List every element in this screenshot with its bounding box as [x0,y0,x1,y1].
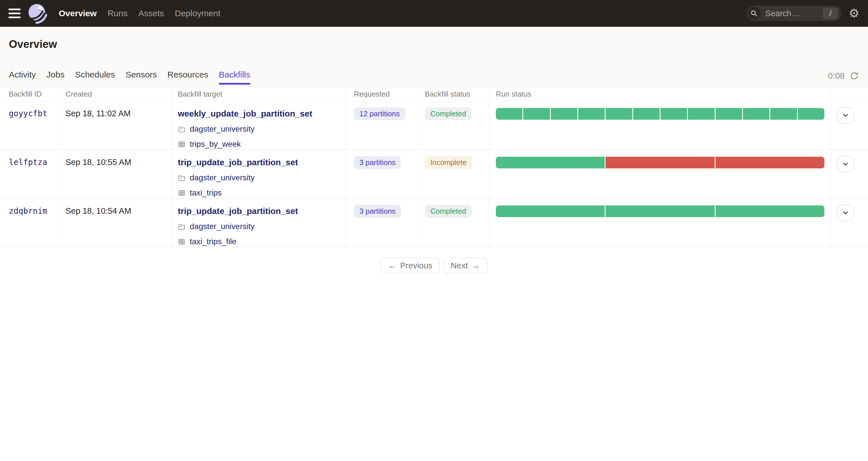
th-actions [831,87,868,101]
arrow-right-icon: → [472,261,480,270]
table-row: goyycfbt Sep 18, 11:02 AM weekly_update_… [0,101,868,150]
run-status-segment [716,157,825,168]
search-icon [750,10,758,17]
run-status-segment [716,206,825,217]
partition-table-row: taxi_trips_file [178,237,346,246]
th-backfill-target: Backfill target [172,87,346,101]
dagster-octopus-icon [27,3,48,24]
partition-table-link[interactable]: taxi_trips [190,188,222,197]
created-timestamp: Sep 18, 10:55 AM [66,158,131,167]
previous-label: Previous [400,261,432,270]
run-status-bar [496,108,825,120]
nav-item-assets[interactable]: Assets [138,8,164,18]
search-icon-wrap [747,7,761,20]
backfill-target-link[interactable]: weekly_update_job_partition_set [178,109,312,119]
dagster-logo[interactable] [27,2,48,25]
run-status-segment [743,108,769,120]
expand-row-button[interactable] [837,205,854,221]
tab-activity[interactable]: Activity [9,70,36,85]
backfill-id-link[interactable]: goyycfbt [9,109,47,118]
backfill-status-badge: Incomplete [425,156,472,169]
page-title: Overview [9,38,57,51]
search-input[interactable]: Search… / [746,6,841,21]
code-location-link[interactable]: dagster_university [190,124,254,134]
refresh-icon[interactable] [850,71,859,80]
tab-jobs[interactable]: Jobs [46,70,64,85]
folder-icon [178,223,186,230]
th-backfill-id: Backfill ID [0,87,59,101]
th-backfill-status: Backfill status [418,87,489,101]
table-grid-icon [178,189,186,197]
run-status-segment [798,108,825,120]
table-grid-icon [178,238,186,246]
chevron-down-icon [842,160,849,168]
pagination: ← Previous Next → [0,258,868,273]
nav-item-deployment[interactable]: Deployment [175,8,221,18]
table-grid-icon [178,141,186,148]
requested-partitions-badge: 3 partitions [354,205,401,218]
tab-schedules[interactable]: Schedules [75,70,115,85]
nav-links: Overview Runs Assets Deployment [59,8,221,18]
partition-table-link[interactable]: taxi_trips_file [190,237,236,246]
backfill-target-link[interactable]: trip_update_job_partition_set [178,158,298,167]
chevron-down-icon [842,112,849,119]
run-status-segment [606,206,714,217]
run-status-segment [523,108,550,120]
refresh-countdown: 0:08 [828,71,845,81]
backfill-id-link[interactable]: lelfptza [9,158,47,167]
page-header: Overview Activity Jobs Schedules Sensors… [0,27,868,87]
run-status-segment [578,108,605,120]
run-status-segment [660,108,687,120]
requested-partitions-badge: 3 partitions [354,156,401,169]
table-row: lelfptza Sep 18, 10:55 AM trip_update_jo… [0,150,868,198]
tab-bar: Activity Jobs Schedules Sensors Resource… [9,70,250,85]
requested-partitions-badge: 12 partitions [354,107,405,120]
run-status-bar [496,157,825,168]
backfill-status-badge: Completed [425,107,472,120]
run-status-segment [770,108,797,120]
code-location-row: dagster_university [178,222,346,231]
code-location-link[interactable]: dagster_university [190,222,254,231]
created-timestamp: Sep 18, 10:54 AM [66,206,131,215]
th-created: Created [59,87,172,101]
created-timestamp: Sep 18, 11:02 AM [66,109,130,118]
nav-item-overview[interactable]: Overview [59,8,97,18]
next-label: Next [451,261,468,270]
search-placeholder: Search… [765,9,800,18]
previous-button[interactable]: ← Previous [380,258,440,273]
th-run-status: Run status [489,87,831,101]
backfill-id-link[interactable]: zdqbrnim [9,206,47,216]
folder-icon [178,125,186,133]
tab-sensors[interactable]: Sensors [126,70,157,85]
menu-icon[interactable] [8,8,21,18]
code-location-link[interactable]: dagster_university [190,173,254,182]
tab-resources[interactable]: Resources [167,70,208,85]
slash-shortcut-badge: / [823,8,838,19]
run-status-segment [633,108,660,120]
run-status-segment [606,157,714,168]
tab-backfills[interactable]: Backfills [219,70,250,85]
table-header-row: Backfill ID Created Backfill target Requ… [0,87,868,101]
gear-icon[interactable]: ⚙ [848,7,860,19]
partition-table-link[interactable]: trips_by_week [190,140,241,149]
run-status-segment [496,108,522,120]
expand-row-button[interactable] [837,156,854,173]
backfill-status-badge: Completed [425,205,472,218]
folder-icon [178,174,186,182]
backfills-table: Backfill ID Created Backfill target Requ… [0,87,868,247]
run-status-segment [606,108,632,120]
table-row: zdqbrnim Sep 18, 10:54 AM trip_update_jo… [0,198,868,247]
th-requested: Requested [346,87,418,101]
partition-table-row: taxi_trips [178,188,346,197]
code-location-row: dagster_university [178,173,346,182]
next-button[interactable]: Next → [443,258,488,273]
nav-item-runs[interactable]: Runs [107,8,127,18]
backfill-target-link[interactable]: trip_update_job_partition_set [178,206,298,216]
run-status-segment [688,108,714,120]
run-status-segment [496,206,605,217]
expand-row-button[interactable] [837,107,854,124]
refresh-area: 0:08 [828,71,859,81]
partition-table-row: trips_by_week [178,140,346,149]
arrow-left-icon: ← [388,261,396,270]
run-status-segment [496,157,605,168]
